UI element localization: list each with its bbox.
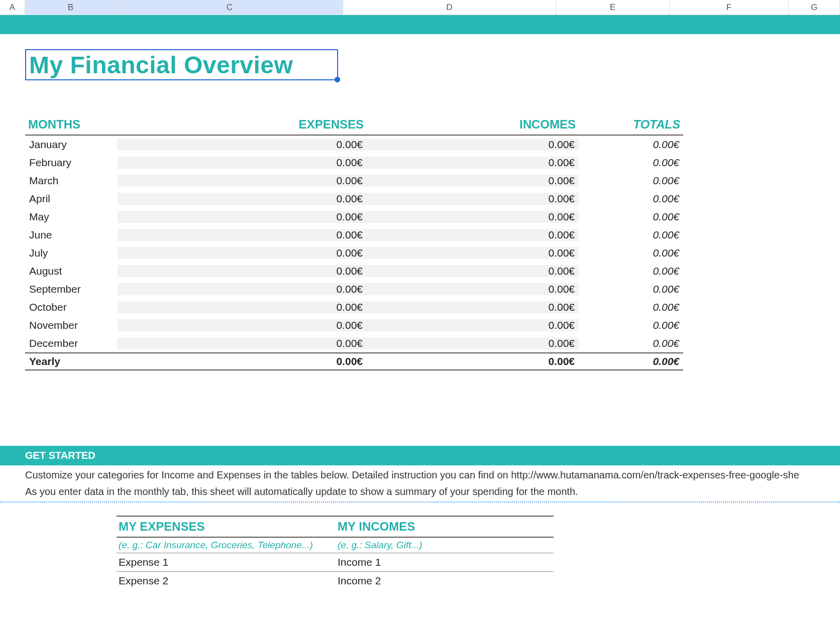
expense-cell[interactable]: 0.00€ [118,283,367,295]
sheet-body[interactable]: My Financial Overview MONTHS EXPENSES IN… [0,15,840,590]
expense-cell[interactable]: 0.00€ [118,175,367,187]
expense-cell[interactable]: 0.00€ [118,211,367,223]
table-row: December0.00€0.00€0.00€ [25,334,683,352]
my-incomes-header[interactable]: MY INCOMES [336,517,554,537]
yearly-expenses[interactable]: 0.00€ [118,355,367,367]
total-cell[interactable]: 0.00€ [579,211,683,223]
income-cell[interactable]: 0.00€ [367,193,579,205]
header-expenses[interactable]: EXPENSES [216,115,367,135]
month-cell[interactable]: May [25,211,118,223]
income-cell[interactable]: 0.00€ [367,247,579,259]
expense-category-cell[interactable]: Expense 2 [117,572,336,590]
col-header-a[interactable]: A [0,0,25,15]
income-cell[interactable]: 0.00€ [367,319,579,331]
income-category-cell[interactable]: Income 2 [336,572,554,590]
total-cell[interactable]: 0.00€ [579,157,683,169]
title-block: My Financial Overview [25,49,840,90]
expense-cell[interactable]: 0.00€ [118,157,367,169]
income-cell[interactable]: 0.00€ [367,337,579,349]
table-row: April0.00€0.00€0.00€ [25,190,683,208]
overview-header-row: MONTHS EXPENSES INCOMES TOTALS [25,115,683,136]
expense-cell[interactable]: 0.00€ [118,301,367,313]
yearly-row: Yearly 0.00€ 0.00€ 0.00€ [25,352,683,371]
total-cell[interactable]: 0.00€ [579,301,683,313]
header-incomes[interactable]: INCOMES [367,115,579,135]
table-row: January0.00€0.00€0.00€ [25,136,683,154]
total-cell[interactable]: 0.00€ [579,247,683,259]
month-cell[interactable]: August [25,265,118,277]
expense-cell[interactable]: 0.00€ [118,247,367,259]
income-cell[interactable]: 0.00€ [367,301,579,313]
col-header-g[interactable]: G [789,0,840,15]
col-header-b[interactable]: B [25,0,117,15]
my-expenses-header[interactable]: MY EXPENSES [117,517,336,537]
dotted-divider [0,502,840,503]
incomes-hint: (e. g.: Salary, Gift...) [336,538,554,553]
month-cell[interactable]: July [25,247,118,259]
selection-box[interactable] [25,49,338,80]
total-cell[interactable]: 0.00€ [579,175,683,187]
yearly-incomes[interactable]: 0.00€ [367,355,579,367]
expense-cell[interactable]: 0.00€ [118,193,367,205]
header-totals[interactable]: TOTALS [579,115,683,135]
yearly-total[interactable]: 0.00€ [579,355,683,367]
month-cell[interactable]: February [25,157,118,169]
table-row: February0.00€0.00€0.00€ [25,154,683,172]
categories-table: MY EXPENSES MY INCOMES (e. g.: Car Insur… [117,516,554,590]
month-cell[interactable]: January [25,139,118,151]
total-cell[interactable]: 0.00€ [579,319,683,331]
table-row: September0.00€0.00€0.00€ [25,280,683,298]
month-cell[interactable]: September [25,283,118,295]
expense-cell[interactable]: 0.00€ [118,265,367,277]
total-cell[interactable]: 0.00€ [579,265,683,277]
income-cell[interactable]: 0.00€ [367,139,579,151]
yearly-label[interactable]: Yearly [25,355,118,367]
month-cell[interactable]: December [25,337,118,349]
month-cell[interactable]: November [25,319,118,331]
income-cell[interactable]: 0.00€ [367,283,579,295]
income-cell[interactable]: 0.00€ [367,229,579,241]
month-cell[interactable]: June [25,229,118,241]
top-teal-band [0,15,840,34]
total-cell[interactable]: 0.00€ [579,229,683,241]
income-cell[interactable]: 0.00€ [367,211,579,223]
expense-cell[interactable]: 0.00€ [118,337,367,349]
get-started-heading: GET STARTED [0,446,840,465]
overview-table: MONTHS EXPENSES INCOMES TOTALS January0.… [25,115,683,371]
income-cell[interactable]: 0.00€ [367,265,579,277]
expense-cell[interactable]: 0.00€ [118,139,367,151]
month-cell[interactable]: March [25,175,118,187]
table-row: July0.00€0.00€0.00€ [25,244,683,262]
column-header-row: A B C D E F G [0,0,840,15]
instruction-line-1[interactable]: Customize your categories for Income and… [0,465,840,482]
total-cell[interactable]: 0.00€ [579,337,683,349]
category-row: Expense 2Income 2 [117,571,554,590]
total-cell[interactable]: 0.00€ [579,193,683,205]
instruction-line-2[interactable]: As you enter data in the monthly tab, th… [0,482,840,499]
table-row: October0.00€0.00€0.00€ [25,298,683,316]
total-cell[interactable]: 0.00€ [579,139,683,151]
col-header-e[interactable]: E [556,0,670,15]
total-cell[interactable]: 0.00€ [579,283,683,295]
expense-cell[interactable]: 0.00€ [118,319,367,331]
col-header-f[interactable]: F [670,0,789,15]
expense-category-cell[interactable]: Expense 1 [117,553,336,571]
table-row: May0.00€0.00€0.00€ [25,208,683,226]
table-row: November0.00€0.00€0.00€ [25,316,683,334]
income-cell[interactable]: 0.00€ [367,175,579,187]
table-row: August0.00€0.00€0.00€ [25,262,683,280]
table-row: June0.00€0.00€0.00€ [25,226,683,244]
categories-hint-row: (e. g.: Car Insurance, Groceries, Teleph… [117,538,554,553]
income-category-cell[interactable]: Income 1 [336,553,554,571]
header-months[interactable]: MONTHS [25,115,216,135]
income-cell[interactable]: 0.00€ [367,157,579,169]
selection-handle[interactable] [335,77,340,82]
table-row: March0.00€0.00€0.00€ [25,172,683,190]
month-cell[interactable]: April [25,193,118,205]
col-header-c[interactable]: C [117,0,343,15]
col-header-d[interactable]: D [343,0,556,15]
expense-cell[interactable]: 0.00€ [118,229,367,241]
categories-header-row: MY EXPENSES MY INCOMES [117,516,554,538]
month-cell[interactable]: October [25,301,118,313]
expenses-hint: (e. g.: Car Insurance, Groceries, Teleph… [117,538,336,553]
